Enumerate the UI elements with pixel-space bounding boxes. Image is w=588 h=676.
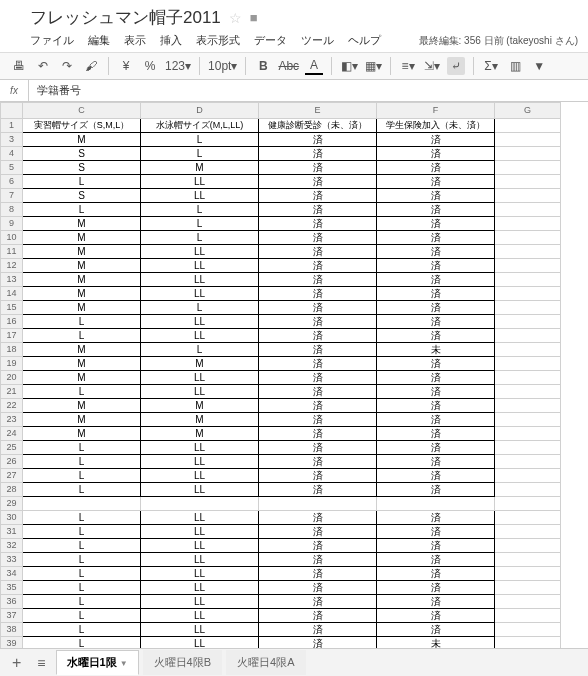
row-header[interactable]: 25	[1, 441, 23, 455]
cell[interactable]	[495, 133, 561, 147]
cell[interactable]: 済	[259, 483, 377, 497]
cell[interactable]: 未	[377, 343, 495, 357]
cell[interactable]	[495, 525, 561, 539]
cell[interactable]: 済	[259, 147, 377, 161]
cell[interactable]: L	[23, 203, 141, 217]
undo-icon[interactable]: ↶	[34, 57, 52, 75]
cell[interactable]: 済	[259, 455, 377, 469]
cell[interactable]: M	[23, 231, 141, 245]
cell[interactable]	[495, 161, 561, 175]
cell[interactable]: 済	[377, 385, 495, 399]
cell[interactable]	[495, 595, 561, 609]
row-header[interactable]: 39	[1, 637, 23, 649]
cell[interactable]	[495, 399, 561, 413]
menu-format[interactable]: 表示形式	[196, 33, 240, 48]
row-header[interactable]: 19	[1, 357, 23, 371]
cell[interactable]: 済	[377, 483, 495, 497]
cell[interactable]	[23, 497, 141, 511]
cell[interactable]: L	[23, 623, 141, 637]
cell[interactable]: 済	[377, 245, 495, 259]
cell[interactable]: 済	[377, 441, 495, 455]
select-all-cell[interactable]	[1, 103, 23, 119]
menu-file[interactable]: ファイル	[30, 33, 74, 48]
cell[interactable]: L	[23, 553, 141, 567]
cell[interactable]: 済	[377, 259, 495, 273]
menu-tools[interactable]: ツール	[301, 33, 334, 48]
row-header[interactable]: 29	[1, 497, 23, 511]
percent-button[interactable]: %	[141, 57, 159, 75]
row-header[interactable]: 14	[1, 287, 23, 301]
cell[interactable]: 済	[259, 343, 377, 357]
cell[interactable]: 済	[377, 329, 495, 343]
cell[interactable]: 済	[259, 623, 377, 637]
cell[interactable]: L	[23, 567, 141, 581]
cell[interactable]: L	[141, 133, 259, 147]
cell[interactable]: 済	[377, 539, 495, 553]
cell[interactable]: LL	[141, 315, 259, 329]
cell[interactable]: LL	[141, 511, 259, 525]
cell[interactable]	[495, 539, 561, 553]
menu-insert[interactable]: 挿入	[160, 33, 182, 48]
cell[interactable]	[495, 511, 561, 525]
cell[interactable]	[495, 427, 561, 441]
cell[interactable]: L	[23, 581, 141, 595]
cell[interactable]: 済	[377, 455, 495, 469]
cell[interactable]: 済	[259, 329, 377, 343]
cell[interactable]: LL	[141, 273, 259, 287]
cell[interactable]: L	[141, 231, 259, 245]
row-header[interactable]: 38	[1, 623, 23, 637]
cell[interactable]	[495, 231, 561, 245]
cell[interactable]: 済	[259, 539, 377, 553]
row-header[interactable]: 34	[1, 567, 23, 581]
wrap-icon[interactable]: ⤶	[447, 57, 465, 75]
cell[interactable]: 済	[259, 609, 377, 623]
cell[interactable]: L	[23, 595, 141, 609]
cell[interactable]: M	[23, 133, 141, 147]
cell[interactable]: L	[23, 483, 141, 497]
menu-edit[interactable]: 編集	[88, 33, 110, 48]
cell[interactable]: 済	[377, 301, 495, 315]
row-header[interactable]: 20	[1, 371, 23, 385]
cell[interactable]: 済	[377, 147, 495, 161]
cell[interactable]	[495, 217, 561, 231]
cell[interactable]: M	[23, 287, 141, 301]
cell[interactable]: L	[23, 441, 141, 455]
cell[interactable]: 済	[259, 385, 377, 399]
cell[interactable]: S	[23, 161, 141, 175]
cell[interactable]: M	[23, 301, 141, 315]
cell[interactable]: L	[141, 203, 259, 217]
fill-color-icon[interactable]: ◧▾	[340, 57, 358, 75]
cell[interactable]: 済	[259, 413, 377, 427]
cell[interactable]	[495, 455, 561, 469]
cell[interactable]: 済	[259, 567, 377, 581]
cell[interactable]: L	[23, 511, 141, 525]
row-header[interactable]: 4	[1, 147, 23, 161]
merge-icon[interactable]: ⇲▾	[423, 57, 441, 75]
cell[interactable]: L	[23, 469, 141, 483]
cell[interactable]	[495, 469, 561, 483]
cell[interactable]: 済	[259, 581, 377, 595]
cell[interactable]: 済	[259, 511, 377, 525]
cell[interactable]: 済	[259, 301, 377, 315]
cell[interactable]	[495, 175, 561, 189]
cell[interactable]	[495, 273, 561, 287]
cell[interactable]	[495, 329, 561, 343]
row-header[interactable]: 5	[1, 161, 23, 175]
cell[interactable]	[495, 385, 561, 399]
cell[interactable]: 済	[377, 525, 495, 539]
row-header[interactable]: 22	[1, 399, 23, 413]
cell[interactable]	[495, 287, 561, 301]
cell[interactable]: 済	[377, 231, 495, 245]
cell[interactable]: 済	[377, 287, 495, 301]
cell[interactable]: 済	[259, 399, 377, 413]
cell[interactable]: L	[23, 175, 141, 189]
cell[interactable]: LL	[141, 287, 259, 301]
cell[interactable]	[377, 497, 495, 511]
row-header[interactable]: 36	[1, 595, 23, 609]
cell[interactable]: 済	[377, 399, 495, 413]
cell[interactable]: LL	[141, 525, 259, 539]
cell[interactable]: LL	[141, 469, 259, 483]
cell[interactable]	[495, 343, 561, 357]
cell[interactable]: L	[23, 525, 141, 539]
functions-icon[interactable]: Σ▾	[482, 57, 500, 75]
